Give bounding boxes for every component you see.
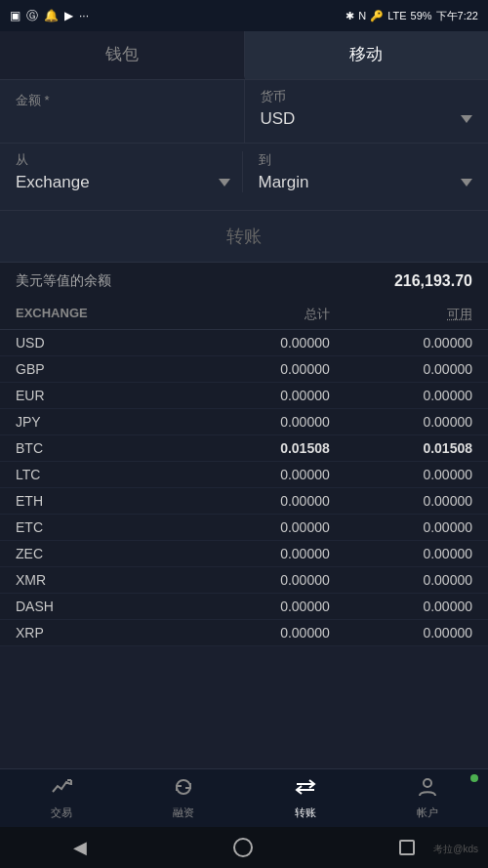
td-available: 0.00000 — [330, 599, 472, 614]
currency-value: USD — [261, 109, 296, 129]
table-row: XRP0.000000.00000 — [0, 620, 488, 646]
amount-col: 金额 * — [0, 80, 245, 143]
from-value: Exchange — [16, 173, 90, 192]
to-col: 到 Margin — [243, 151, 473, 192]
nav-trade-label: 交易 — [51, 806, 72, 820]
td-total: 0.00000 — [187, 414, 330, 430]
from-select[interactable]: Exchange — [16, 173, 230, 192]
to-select[interactable]: Margin — [259, 173, 473, 192]
nav-trade[interactable]: 交易 — [0, 776, 122, 820]
form-section: 金额 * 货币 USD 从 Exchange 到 Margin — [0, 80, 488, 210]
td-coin: ZEC — [16, 546, 187, 561]
table-body: USD0.000000.00000GBP0.000000.00000EUR0.0… — [0, 330, 488, 646]
top-tabs: 钱包 移动 — [0, 31, 488, 80]
td-coin: LTC — [16, 467, 187, 482]
status-left-icons: ▣ Ⓖ 🔔 ▶ ··· — [10, 8, 89, 24]
td-coin: EUR — [16, 388, 187, 403]
td-total: 0.00000 — [187, 599, 330, 614]
td-available: 0.00000 — [330, 335, 472, 351]
td-total: 0.00000 — [187, 572, 330, 588]
td-available: 0.00000 — [330, 546, 472, 561]
td-total: 0.00000 — [187, 467, 330, 482]
from-col: 从 Exchange — [16, 151, 243, 192]
nav-transfer[interactable]: 转账 — [244, 776, 366, 820]
watermark: 考拉@kds — [433, 843, 478, 856]
nav-account[interactable]: 帐户 — [366, 776, 488, 820]
td-coin: ETC — [16, 519, 187, 535]
back-button[interactable]: ◀ — [73, 837, 87, 858]
td-available: 0.00000 — [330, 519, 472, 535]
th-exchange: EXCHANGE — [16, 306, 187, 323]
table-header: EXCHANGE 总计 可用 — [0, 300, 488, 330]
td-available: 0.01508 — [330, 440, 472, 456]
icon-key: 🔑 — [370, 10, 384, 22]
icon-g: Ⓖ — [26, 8, 38, 24]
current-time: 下午7:22 — [436, 9, 478, 23]
trade-icon — [51, 776, 72, 803]
th-available: 可用 — [330, 306, 472, 323]
currency-chevron-icon — [461, 115, 472, 123]
system-nav: ◀ 考拉@kds — [0, 827, 488, 868]
td-total: 0.01508 — [187, 440, 330, 456]
to-value: Margin — [259, 173, 309, 192]
table-row: ZEC0.000000.00000 — [0, 541, 488, 567]
status-bar: ▣ Ⓖ 🔔 ▶ ··· ✱ N 🔑 LTE 59% 下午7:22 — [0, 0, 488, 31]
status-right-icons: ✱ N 🔑 LTE 59% 下午7:22 — [346, 9, 478, 23]
td-coin: BTC — [16, 440, 187, 456]
table-section: EXCHANGE 总计 可用 USD0.000000.00000GBP0.000… — [0, 300, 488, 646]
icon-square: ▣ — [10, 9, 20, 22]
home-button[interactable] — [233, 838, 253, 857]
transfer-icon — [295, 776, 316, 803]
from-to-row: 从 Exchange 到 Margin — [0, 144, 488, 200]
td-total: 0.00000 — [187, 388, 330, 403]
icon-play: ▶ — [64, 9, 73, 22]
table-row: JPY0.000000.00000 — [0, 409, 488, 435]
td-total: 0.00000 — [187, 519, 330, 535]
table-row: ETH0.000000.00000 — [0, 488, 488, 515]
td-coin: ETH — [16, 493, 187, 509]
td-total: 0.00000 — [187, 546, 330, 561]
nav-account-label: 帐户 — [417, 806, 438, 820]
amount-input[interactable] — [16, 113, 228, 131]
nav-funding[interactable]: 融资 — [122, 776, 244, 820]
td-coin: GBP — [16, 361, 187, 377]
icon-bluetooth: ✱ — [346, 10, 354, 22]
icon-lte: LTE — [387, 10, 406, 21]
td-available: 0.00000 — [330, 625, 472, 641]
currency-label: 货币 — [261, 88, 473, 105]
td-total: 0.00000 — [187, 335, 330, 351]
td-total: 0.00000 — [187, 625, 330, 641]
icon-dots: ··· — [79, 9, 89, 22]
table-row: BTC0.015080.01508 — [0, 435, 488, 462]
tab-move[interactable]: 移动 — [245, 31, 489, 79]
balance-value: 216,193.70 — [394, 272, 472, 290]
online-indicator — [470, 774, 478, 782]
transfer-row: 转账 — [0, 210, 488, 262]
tab-wallet[interactable]: 钱包 — [0, 31, 245, 79]
td-total: 0.00000 — [187, 493, 330, 509]
currency-select-row[interactable]: USD — [261, 109, 473, 129]
td-coin: JPY — [16, 414, 187, 430]
from-label: 从 — [16, 151, 230, 169]
nav-funding-label: 融资 — [173, 806, 194, 820]
table-row: DASH0.000000.00000 — [0, 594, 488, 620]
table-row: LTC0.000000.00000 — [0, 462, 488, 488]
amount-currency-section: 金额 * 货币 USD — [0, 80, 488, 143]
table-row: XMR0.000000.00000 — [0, 567, 488, 594]
td-coin: USD — [16, 335, 187, 351]
currency-col: 货币 USD — [245, 80, 489, 143]
table-row: ETC0.000000.00000 — [0, 515, 488, 541]
td-available: 0.00000 — [330, 361, 472, 377]
transfer-button[interactable]: 转账 — [226, 225, 262, 248]
td-available: 0.00000 — [330, 493, 472, 509]
table-row: EUR0.000000.00000 — [0, 383, 488, 409]
balance-section: 美元等值的余额 216,193.70 — [0, 262, 488, 300]
recents-button[interactable] — [399, 840, 415, 855]
balance-label: 美元等值的余额 — [16, 272, 111, 290]
nav-transfer-label: 转账 — [295, 806, 316, 820]
td-available: 0.00000 — [330, 414, 472, 430]
to-label: 到 — [259, 151, 473, 169]
td-coin: XMR — [16, 572, 187, 588]
table-row: USD0.000000.00000 — [0, 330, 488, 356]
th-total: 总计 — [187, 306, 330, 323]
